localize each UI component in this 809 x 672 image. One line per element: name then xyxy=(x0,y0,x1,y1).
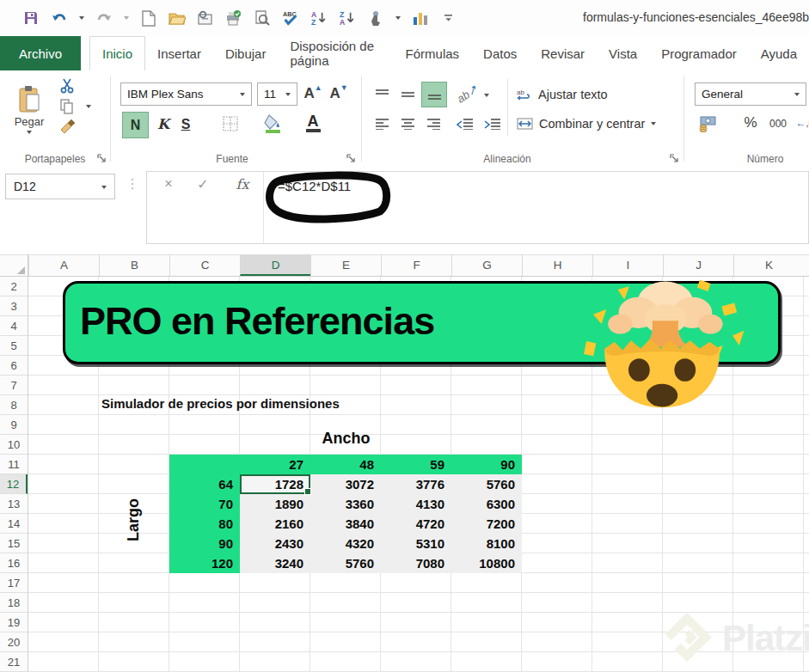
row-label-cell[interactable]: 64 xyxy=(169,474,240,494)
tab-ayuda[interactable]: Ayuda xyxy=(749,36,809,70)
grow-font-button[interactable]: A▲ xyxy=(303,82,323,105)
align-right-icon[interactable] xyxy=(423,113,444,134)
tab-inicio[interactable]: Inicio xyxy=(89,36,145,70)
data-cell[interactable]: 5760 xyxy=(451,474,522,494)
row-header-18[interactable]: 18 xyxy=(0,593,28,613)
row-label-cell[interactable]: 120 xyxy=(169,553,240,573)
tab-archivo[interactable]: Archivo xyxy=(0,36,81,70)
tab-dibujar[interactable]: Dibujar xyxy=(213,36,279,70)
row-header-10[interactable]: 10 xyxy=(0,435,28,455)
tab-revisar[interactable]: Revisar xyxy=(529,36,597,70)
align-bottom-icon[interactable] xyxy=(421,82,447,107)
row-header-13[interactable]: 13 xyxy=(0,494,28,514)
paste-button[interactable]: Pegar xyxy=(9,77,50,143)
tab-programador[interactable]: Programador xyxy=(649,36,749,70)
comma-style-button[interactable]: 000 xyxy=(765,113,791,134)
wrap-text-button[interactable]: ab Ajustar texto xyxy=(517,84,697,105)
merge-dropdown-icon[interactable] xyxy=(651,122,656,125)
percent-style-button[interactable]: % xyxy=(739,112,762,134)
font-color-button[interactable]: A xyxy=(303,110,323,136)
tab-disposicion[interactable]: Disposición de página xyxy=(278,36,393,70)
decrease-indent-icon[interactable] xyxy=(454,113,476,134)
new-file-icon[interactable] xyxy=(140,9,157,27)
italic-button[interactable]: K xyxy=(152,112,175,137)
row-header-17[interactable]: 17 xyxy=(0,573,28,593)
save-icon[interactable] xyxy=(22,9,40,27)
data-cell[interactable]: 10800 xyxy=(451,553,522,573)
formula-input-area[interactable]: × ✓ fx =$C12*D$11 xyxy=(146,171,809,244)
data-cell[interactable]: 2160 xyxy=(240,514,310,534)
column-header-b[interactable]: B xyxy=(99,254,169,276)
redo-icon[interactable] xyxy=(95,9,113,27)
name-box[interactable]: D12 xyxy=(5,174,115,199)
chart-icon[interactable] xyxy=(412,9,429,27)
sort-az-icon[interactable]: AZ xyxy=(310,9,328,27)
quick-print-icon[interactable] xyxy=(225,9,242,27)
align-center-icon[interactable] xyxy=(397,113,418,134)
currency-format-icon[interactable] xyxy=(696,113,719,134)
font-name-select[interactable]: IBM Plex Sans xyxy=(120,82,252,106)
data-cell[interactable]: 3072 xyxy=(310,474,381,494)
data-cell[interactable]: 3240 xyxy=(240,553,310,573)
undo-icon[interactable] xyxy=(51,9,68,27)
row-header-5[interactable]: 5 xyxy=(0,336,28,356)
shrink-font-button[interactable]: A▼ xyxy=(328,82,349,105)
row-header-2[interactable]: 2 xyxy=(0,277,28,296)
row-label-cell[interactable]: 70 xyxy=(169,494,240,514)
fill-color-icon[interactable] xyxy=(262,112,285,136)
row-header-4[interactable]: 4 xyxy=(0,316,28,336)
select-all-corner[interactable] xyxy=(0,254,28,277)
row-label-cell[interactable]: 80 xyxy=(169,514,240,534)
row-header-3[interactable]: 3 xyxy=(0,296,28,316)
column-header-d[interactable]: D xyxy=(240,254,310,276)
bold-button[interactable]: N xyxy=(122,112,149,138)
clipboard-dialog-launcher-icon[interactable] xyxy=(96,153,107,163)
column-header-c[interactable]: C xyxy=(169,254,240,276)
align-left-icon[interactable] xyxy=(371,113,392,134)
row-label-cell[interactable]: 90 xyxy=(169,534,240,553)
orientation-dropdown-icon[interactable] xyxy=(484,94,489,97)
data-cell[interactable]: 3360 xyxy=(310,494,381,514)
paste-dropdown-icon[interactable] xyxy=(27,131,32,134)
data-cell[interactable]: 7200 xyxy=(451,514,522,534)
data-cell[interactable]: 3840 xyxy=(310,514,381,534)
email-attachment-icon[interactable] xyxy=(197,9,214,27)
data-cell[interactable]: 5310 xyxy=(381,534,451,553)
font-size-select[interactable]: 11 xyxy=(257,82,297,106)
font-dialog-launcher-icon[interactable] xyxy=(346,153,356,163)
cut-icon[interactable] xyxy=(57,77,77,95)
row-header-15[interactable]: 15 xyxy=(0,534,28,553)
undo-dropdown-icon[interactable] xyxy=(79,16,84,20)
format-painter-icon[interactable] xyxy=(57,119,77,136)
row-header-7[interactable]: 7 xyxy=(0,376,28,395)
col-header-cell[interactable]: 27 xyxy=(240,455,310,474)
name-box-dropdown-icon[interactable] xyxy=(101,186,107,189)
increase-indent-icon[interactable] xyxy=(481,113,504,134)
data-cell[interactable]: 2430 xyxy=(240,534,310,553)
row-header-8[interactable]: 8 xyxy=(0,395,28,415)
data-cell[interactable]: 6300 xyxy=(451,494,522,514)
copy-dropdown-icon[interactable] xyxy=(86,105,91,108)
tab-datos[interactable]: Datos xyxy=(471,36,529,70)
data-cell[interactable]: 4130 xyxy=(381,494,451,514)
customize-toolbar-icon[interactable] xyxy=(440,9,457,27)
data-cell[interactable]: 4720 xyxy=(381,514,451,534)
row-header-16[interactable]: 16 xyxy=(0,553,28,573)
selected-cell-value[interactable]: 1728 xyxy=(240,474,310,494)
copy-icon[interactable] xyxy=(57,98,77,115)
tab-formulas[interactable]: Fórmulas xyxy=(394,36,472,70)
row-header-6[interactable]: 6 xyxy=(0,356,28,376)
column-header-g[interactable]: G xyxy=(451,254,522,276)
spelling-icon[interactable]: ABC xyxy=(282,9,299,27)
col-header-cell[interactable]: 48 xyxy=(310,455,381,474)
data-cell[interactable]: 3776 xyxy=(381,474,451,494)
orientation-icon[interactable]: ab↗ xyxy=(451,78,482,109)
data-cell[interactable]: 4320 xyxy=(310,534,381,553)
data-cell[interactable]: 8100 xyxy=(451,534,522,553)
tab-insertar[interactable]: Insertar xyxy=(145,36,213,70)
merge-center-button[interactable]: Combinar y centrar xyxy=(517,113,714,134)
row-header-20[interactable]: 20 xyxy=(0,632,28,652)
print-preview-icon[interactable] xyxy=(254,9,271,27)
row-header-14[interactable]: 14 xyxy=(0,514,28,534)
touch-mode-dropdown-icon[interactable] xyxy=(395,16,401,20)
